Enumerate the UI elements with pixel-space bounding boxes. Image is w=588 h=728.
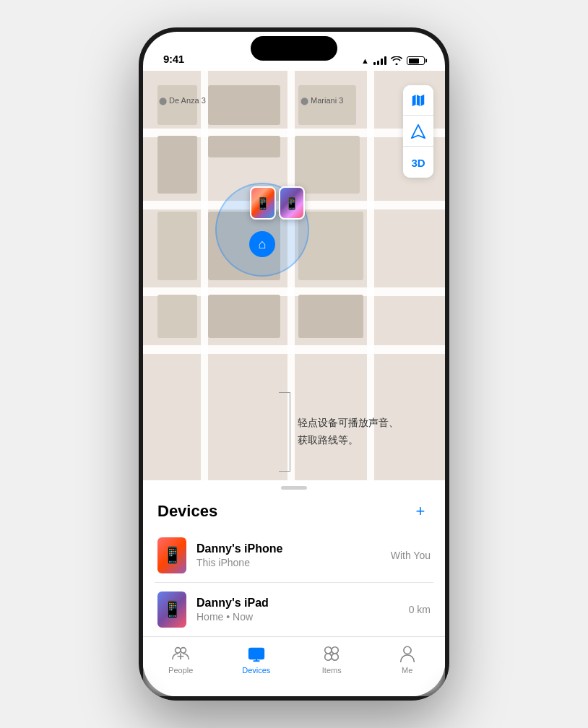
tab-devices-icon	[247, 644, 266, 663]
tab-people-label: People	[168, 666, 193, 675]
navigate-icon	[410, 124, 426, 139]
svg-point-11	[332, 647, 338, 654]
svg-point-3	[181, 648, 186, 653]
items-icon	[322, 644, 341, 663]
device-name-ipad: Danny's iPad	[196, 597, 403, 610]
tab-bar: People Devices	[143, 636, 445, 696]
device-status-ipad: 0 km	[409, 604, 431, 615]
devices-title: Devices	[157, 502, 217, 521]
svg-point-10	[325, 647, 332, 654]
status-icons: ▲	[361, 56, 425, 65]
battery-icon	[407, 56, 425, 65]
device-thumbnail-iphone: 📱	[157, 537, 186, 573]
signal-bars	[373, 56, 386, 65]
tab-people[interactable]: People	[155, 644, 206, 675]
device-item-ipad[interactable]: 📱 Danny's iPad Home • Now 0 km	[155, 582, 433, 636]
svg-point-12	[325, 654, 332, 660]
wifi-icon	[391, 56, 402, 65]
annotation-text: 轻点设备可播放声音、 获取路线等。	[298, 415, 399, 449]
3d-button[interactable]: 3D	[403, 147, 433, 178]
devices-icon	[247, 644, 266, 663]
device-subtitle-iphone: This iPhone	[196, 557, 385, 568]
device-info-ipad: Danny's iPad Home • Now	[196, 597, 403, 623]
tab-items[interactable]: Items	[306, 644, 357, 675]
tab-me[interactable]: Me	[382, 644, 433, 675]
phone-screen: 9:41 ▲	[143, 32, 445, 696]
map-view-button[interactable]	[403, 85, 433, 116]
tab-people-icon	[171, 644, 190, 663]
map-controls: 3D	[403, 85, 433, 178]
sheet-handle	[281, 486, 307, 490]
device-subtitle-ipad: Home • Now	[196, 611, 403, 623]
devices-header: Devices +	[143, 493, 445, 529]
tab-me-icon	[398, 644, 417, 663]
tab-devices[interactable]: Devices	[231, 644, 282, 675]
device-info-iphone: Danny's iPhone This iPhone	[196, 542, 385, 568]
location-button[interactable]	[403, 116, 433, 147]
tab-items-label: Items	[322, 666, 342, 675]
device-name-iphone: Danny's iPhone	[196, 542, 385, 555]
device-item-iphone[interactable]: 📱 Danny's iPhone This iPhone With You	[155, 529, 433, 582]
map-pin-iphone[interactable]: 📱	[250, 186, 276, 220]
3d-label: 3D	[411, 157, 425, 169]
svg-point-2	[176, 648, 181, 653]
tab-items-icon	[322, 644, 341, 663]
map-pin-ipad[interactable]: 📱	[279, 186, 305, 220]
device-pins-cluster[interactable]: 📱 📱	[250, 186, 305, 220]
add-device-button[interactable]: +	[410, 501, 431, 521]
home-pin: ⌂	[249, 231, 275, 257]
person-icon	[398, 644, 417, 663]
people-icon	[171, 644, 190, 663]
phone-frame: 9:41 ▲	[139, 27, 449, 701]
device-status-iphone: With You	[391, 550, 431, 561]
annotation-area: 轻点设备可播放声音、 获取路线等。	[279, 392, 399, 472]
map-label-mariani: ⬤ Mariani 3	[301, 96, 343, 105]
annotation-bracket	[279, 392, 290, 472]
tab-me-label: Me	[402, 666, 412, 675]
location-icon: ▲	[361, 56, 369, 65]
svg-point-14	[404, 646, 411, 654]
plus-icon: +	[416, 502, 425, 521]
map-icon	[410, 92, 426, 108]
dynamic-island	[251, 36, 337, 61]
svg-point-13	[332, 654, 338, 660]
bottom-panel: Devices + 📱 Danny's iPhone This iPhone	[143, 480, 445, 696]
map-label-de-anza: ⬤ De Anza 3	[159, 96, 206, 105]
status-time: 9:41	[163, 53, 184, 65]
device-list: 📱 Danny's iPhone This iPhone With You 📱	[143, 529, 445, 636]
tab-devices-label: Devices	[242, 666, 270, 675]
home-icon: ⌂	[259, 237, 267, 252]
device-thumbnail-ipad: 📱	[157, 592, 186, 628]
